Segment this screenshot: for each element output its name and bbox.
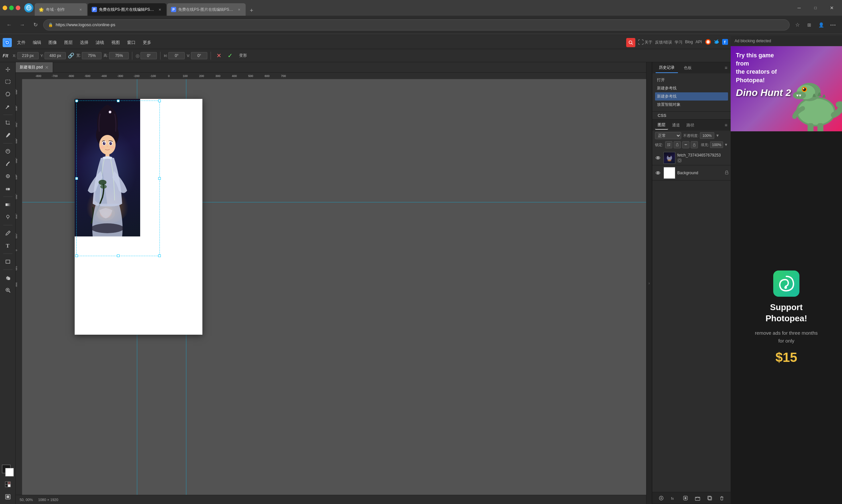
search-icon[interactable] [626, 38, 635, 47]
x-input[interactable] [17, 52, 39, 59]
back-button[interactable]: ← [4, 20, 14, 30]
lock-pixels-btn[interactable] [674, 141, 681, 148]
reddit-icon[interactable] [705, 39, 711, 46]
tool-clone[interactable] [2, 170, 14, 182]
menu-view[interactable]: 视图 [108, 38, 123, 47]
about-link[interactable]: 关于 [645, 40, 652, 45]
layer-mask-btn[interactable] [681, 493, 690, 503]
doc-tab-active[interactable]: 新建项目.psd ✕ [16, 62, 53, 72]
layer-group-btn[interactable] [693, 493, 702, 503]
lock-position-btn[interactable] [682, 141, 689, 148]
tool-quick-mask[interactable] [2, 479, 14, 490]
history-item-guide2[interactable]: 新建参考线 [655, 92, 728, 101]
menu-image[interactable]: 图像 [45, 38, 60, 47]
tool-text[interactable]: T [2, 240, 14, 252]
forward-button[interactable]: → [17, 20, 28, 30]
paths-tab[interactable]: 路径 [684, 121, 697, 129]
canvas-area[interactable]: -800 -700 -600 -500 -400 -300 -200 -100 … [16, 73, 646, 495]
browser-close-btn[interactable] [16, 5, 20, 10]
history-item-guide1[interactable]: 新建参考线 [655, 84, 728, 92]
tab-photopea-2[interactable]: P 免费在线PS-图片在线编辑PSD文... ✕ [167, 3, 246, 16]
new-tab-button[interactable]: + [246, 5, 257, 16]
layers-menu-icon[interactable]: ≡ [724, 122, 728, 128]
tool-lasso[interactable] [2, 88, 14, 100]
panel-menu-icon[interactable]: ≡ [725, 65, 728, 70]
tool-zoom[interactable] [2, 284, 14, 296]
tool-dodge[interactable] [2, 211, 14, 223]
tab-qiyu-close[interactable]: ✕ [78, 7, 83, 12]
tool-brush[interactable] [2, 158, 14, 169]
doc-tab-close[interactable]: ✕ [45, 65, 49, 70]
tool-select-rect[interactable] [2, 76, 14, 88]
tool-screen-mode[interactable] [2, 491, 14, 503]
extensions-btn[interactable]: ⊞ [804, 20, 814, 30]
opacity-arrow[interactable]: ▼ [716, 133, 719, 138]
confirm-transform-button[interactable]: ✓ [225, 51, 234, 60]
layer-eye-fetch[interactable] [655, 154, 662, 161]
angle-input[interactable] [141, 52, 157, 59]
refresh-button[interactable]: ↻ [30, 20, 41, 30]
address-bar[interactable]: 🔒 https://www.logoso.cn/online-ps [43, 19, 790, 31]
history-item-open[interactable]: 打开 [655, 76, 728, 84]
fill-input[interactable] [710, 142, 723, 148]
panel-collapse-btn[interactable]: › [646, 62, 652, 504]
tool-hand[interactable] [2, 272, 14, 284]
tab-photopea-1[interactable]: P 免费在线PS-图片在线编辑PSD文... ✕ [88, 3, 166, 16]
lock-transparent-btn[interactable] [665, 141, 673, 148]
tool-wand[interactable] [2, 101, 14, 113]
window-minimize-btn[interactable]: ─ [792, 3, 807, 13]
tool-gradient[interactable] [2, 199, 14, 211]
layer-item-background[interactable]: Background [652, 165, 731, 180]
tool-move[interactable] [2, 64, 14, 75]
tool-spot-heal[interactable] [2, 145, 14, 157]
menu-btn[interactable]: ⋯ [828, 20, 838, 30]
menu-layer[interactable]: 图层 [61, 38, 76, 47]
lock-all-btn[interactable] [691, 141, 698, 148]
window-close-btn[interactable]: ✕ [824, 3, 839, 13]
tab-qiyu[interactable]: 🌟 奇域 · 创作 ✕ [35, 3, 87, 16]
w-input[interactable] [82, 52, 102, 59]
cancel-transform-button[interactable]: ✕ [214, 51, 223, 60]
blend-mode-select[interactable]: 正常 溶解 正片叠底 [655, 132, 681, 139]
color-tab[interactable]: 色板 [681, 63, 695, 73]
chain-link-icon[interactable]: 🔗 [68, 52, 74, 59]
skewh-input[interactable] [168, 52, 185, 59]
history-tab[interactable]: 历史记录 [656, 63, 678, 73]
menu-file[interactable]: 文件 [14, 38, 29, 47]
fill-arrow[interactable]: ▼ [724, 142, 728, 147]
tool-eyedropper[interactable] [2, 129, 14, 141]
menu-edit[interactable]: 编辑 [30, 38, 44, 47]
history-item-place[interactable]: 放置智能对象 [655, 101, 728, 109]
layer-item-fetch[interactable]: fetch_737434657679253 [652, 150, 731, 165]
layer-fx-btn[interactable]: fx [669, 493, 678, 503]
h-input[interactable] [109, 52, 129, 59]
layer-eye-background[interactable] [655, 169, 662, 177]
layer-new-btn[interactable] [705, 493, 714, 503]
layer-delete-btn[interactable] [717, 493, 727, 503]
window-maximize-btn[interactable]: □ [808, 3, 823, 13]
layer-add-style-btn[interactable] [657, 493, 666, 503]
fullscreen-icon[interactable]: ⛶ [638, 39, 644, 46]
facebook-icon[interactable]: f [722, 39, 728, 46]
twitter-icon[interactable] [714, 39, 719, 46]
menu-select[interactable]: 选择 [77, 38, 92, 47]
tool-pen[interactable] [2, 227, 14, 239]
tool-crop[interactable] [2, 117, 14, 129]
tool-eraser[interactable] [2, 183, 14, 195]
background-color[interactable] [5, 468, 14, 476]
browser-minimize-btn[interactable] [3, 5, 7, 10]
layers-tab[interactable]: 图层 [655, 121, 668, 130]
menu-filter[interactable]: 滤镜 [92, 38, 107, 47]
learn-link[interactable]: 学习 [675, 40, 682, 45]
bookmark-btn[interactable]: ☆ [792, 20, 803, 30]
api-link[interactable]: API [696, 40, 702, 45]
opacity-input[interactable] [700, 132, 714, 139]
tool-shape[interactable] [2, 256, 14, 268]
tab-photopea2-close[interactable]: ✕ [236, 7, 242, 12]
blog-link[interactable]: Blog [685, 40, 693, 45]
tab-photopea1-close[interactable]: ✕ [157, 7, 162, 12]
y-input[interactable] [44, 52, 66, 59]
menu-window[interactable]: 窗口 [124, 38, 139, 47]
profile-btn[interactable]: 👤 [816, 20, 826, 30]
channels-tab[interactable]: 通道 [669, 121, 682, 129]
